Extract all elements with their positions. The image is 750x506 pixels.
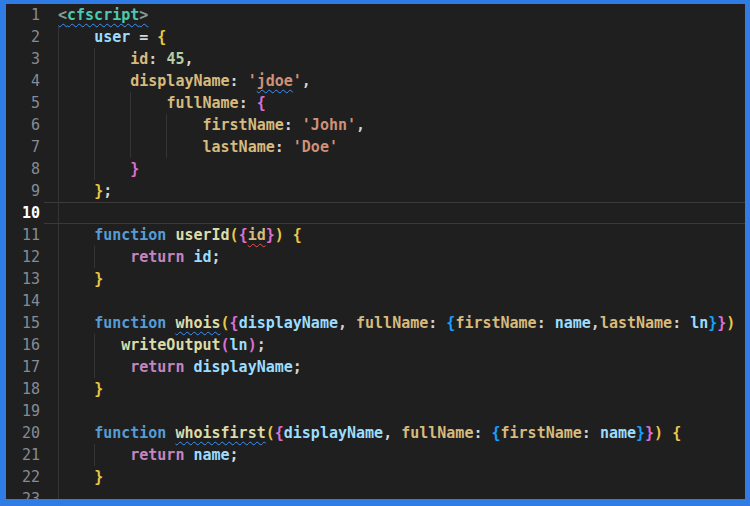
indent-guide <box>58 400 59 422</box>
code-text: function whois({displayName, fullName: {… <box>58 312 750 334</box>
code-token: } <box>717 314 726 332</box>
line-number[interactable]: 13 <box>6 268 40 290</box>
code-line[interactable]: 8 } <box>6 158 745 180</box>
code-line[interactable]: 12 return id; <box>6 246 745 268</box>
code-token: function <box>94 314 166 332</box>
info-squiggle-token: cfscript <box>67 6 139 24</box>
indent-guide <box>58 290 59 312</box>
code-token: ) <box>654 424 663 442</box>
code-line[interactable]: 21 return name; <box>6 444 745 466</box>
code-token: ) <box>248 336 257 354</box>
code-token: user <box>94 28 130 46</box>
info-squiggle-token: < <box>58 6 67 24</box>
indent-guide <box>58 202 59 224</box>
code-text: function userId({id}) { <box>58 224 302 246</box>
code-token: , <box>338 314 356 332</box>
line-number[interactable]: 15 <box>6 312 40 334</box>
line-number[interactable]: 22 <box>6 466 40 488</box>
code-token: } <box>94 468 103 486</box>
line-number[interactable]: 23 <box>6 488 40 506</box>
code-token: ( <box>221 314 230 332</box>
code-line[interactable]: 11 function userId({id}) { <box>6 224 745 246</box>
code-line[interactable]: 7 lastName: 'Doe' <box>6 136 745 158</box>
line-number[interactable]: 11 <box>6 224 40 246</box>
code-token: id <box>193 248 211 266</box>
code-token: firstName <box>455 314 536 332</box>
line-number[interactable]: 18 <box>6 378 40 400</box>
line-number[interactable]: 4 <box>6 70 40 92</box>
code-token: name <box>600 424 636 442</box>
code-token: 45 <box>166 50 184 68</box>
code-token: displayName <box>239 314 338 332</box>
line-number[interactable]: 8 <box>6 158 40 180</box>
line-number[interactable]: 7 <box>6 136 40 158</box>
line-number[interactable]: 19 <box>6 400 40 422</box>
code-line[interactable]: 1<cfscript> <box>6 4 745 26</box>
code-line[interactable]: 14 <box>6 290 745 312</box>
code-line[interactable]: 23 <box>6 488 745 506</box>
code-token: firstName <box>501 424 582 442</box>
line-number[interactable]: 5 <box>6 92 40 114</box>
line-number[interactable]: 20 <box>6 422 40 444</box>
line-number[interactable]: 2 <box>6 26 40 48</box>
line-number[interactable]: 3 <box>6 48 40 70</box>
line-number[interactable]: 1 <box>6 4 40 26</box>
code-text: }; <box>58 180 112 202</box>
line-number[interactable]: 16 <box>6 334 40 356</box>
code-token: ) <box>726 314 735 332</box>
code-token <box>58 358 130 376</box>
editor-window: 1<cfscript>2 user = {3 id: 45,4 displayN… <box>0 0 750 506</box>
code-token: { <box>275 424 284 442</box>
code-line[interactable]: 5 fullName: { <box>6 92 745 114</box>
code-token: : <box>284 116 302 134</box>
line-number[interactable]: 14 <box>6 290 40 312</box>
code-text: } <box>58 268 103 290</box>
code-line[interactable]: 19 <box>6 400 745 422</box>
code-line[interactable]: 4 displayName: 'jdoe', <box>6 70 745 92</box>
code-token: 'Doe' <box>293 138 338 156</box>
code-editor[interactable]: 1<cfscript>2 user = {3 id: 45,4 displayN… <box>6 4 745 499</box>
code-line[interactable]: 13 } <box>6 268 745 290</box>
code-token <box>58 446 130 464</box>
code-line-active[interactable]: 10 <box>6 202 745 224</box>
code-token: fullName <box>166 94 238 112</box>
code-text: firstName: 'John', <box>58 114 365 136</box>
code-token: id <box>130 50 148 68</box>
line-number[interactable]: 9 <box>6 180 40 202</box>
code-line[interactable]: 18 } <box>6 378 745 400</box>
code-line[interactable]: 6 firstName: 'John', <box>6 114 745 136</box>
code-token <box>58 270 94 288</box>
code-token: ; <box>257 336 266 354</box>
code-line[interactable]: 15 function whois({displayName, fullName… <box>6 312 745 334</box>
line-number[interactable]: 17 <box>6 356 40 378</box>
code-line[interactable]: 9 }; <box>6 180 745 202</box>
code-line[interactable]: 17 return displayName; <box>6 356 745 378</box>
code-line[interactable]: 3 id: 45, <box>6 48 745 70</box>
code-token: } <box>94 380 103 398</box>
code-text: lastName: 'Doe' <box>58 136 338 158</box>
line-number[interactable]: 6 <box>6 114 40 136</box>
code-token: } <box>636 424 645 442</box>
code-line[interactable]: 20 function whoisfirst({displayName, ful… <box>6 422 745 444</box>
code-text: return displayName; <box>58 356 302 378</box>
code-token: } <box>94 182 103 200</box>
code-token <box>58 182 94 200</box>
code-line[interactable]: 22 } <box>6 466 745 488</box>
code-token <box>58 336 121 354</box>
code-token: writeOutput <box>121 336 220 354</box>
code-text: writeOutput(ln); <box>58 334 266 356</box>
code-line[interactable]: 2 user = { <box>6 26 745 48</box>
line-number[interactable]: 21 <box>6 444 40 466</box>
code-token <box>58 50 130 68</box>
code-token: 'John' <box>302 116 356 134</box>
code-token: return <box>130 446 184 464</box>
info-squiggle-token: whoisfirst <box>175 424 265 442</box>
code-token: { <box>157 28 166 46</box>
code-token: : <box>275 138 293 156</box>
code-line[interactable]: 16 writeOutput(ln); <box>6 334 745 356</box>
line-number[interactable]: 10 <box>6 202 40 224</box>
code-token <box>58 28 94 46</box>
line-number[interactable]: 12 <box>6 246 40 268</box>
code-text: <cfscript> <box>58 4 148 26</box>
code-token: } <box>130 160 139 178</box>
